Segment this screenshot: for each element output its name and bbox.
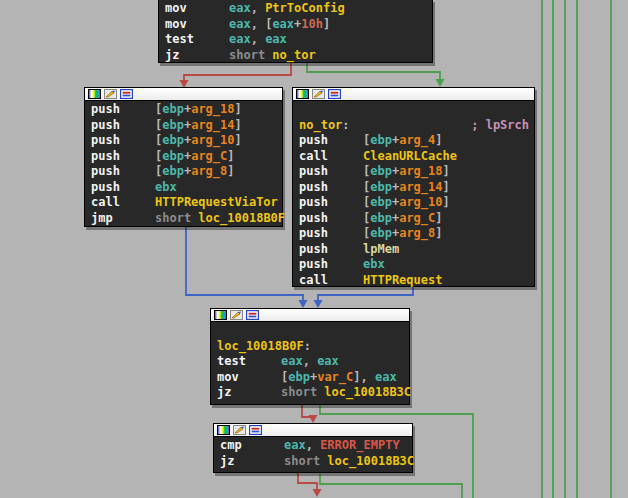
asm-line[interactable]: callCleanURLCache xyxy=(299,149,534,165)
asm-line[interactable]: pushebx xyxy=(91,180,282,196)
asm-token-pun: : xyxy=(342,118,349,132)
asm-line[interactable]: callHTTPRequestViaTor xyxy=(91,195,282,211)
edge-cmp-false-arrowhead xyxy=(313,489,322,497)
entry-block[interactable]: moveax, PtrToConfigmoveax, [eax+10h]test… xyxy=(158,0,433,63)
asm-token-mn: call xyxy=(91,195,155,211)
asm-line[interactable]: moveax, [eax+10h] xyxy=(165,17,432,33)
asm-token-reg: eax xyxy=(375,370,397,384)
asm-token-pun: : xyxy=(304,339,311,353)
asm-token-mn: push xyxy=(91,164,155,180)
asm-token-pun: ] xyxy=(435,133,442,147)
asm-line[interactable]: pushebx xyxy=(299,257,534,273)
node-title-bar[interactable] xyxy=(214,424,412,437)
node-edit-icon[interactable] xyxy=(104,89,117,99)
node-group-icon[interactable] xyxy=(246,310,259,320)
asm-line[interactable]: testeax, eax xyxy=(217,354,409,370)
asm-token-reg: ebp xyxy=(370,195,392,209)
asm-token-mn: mov xyxy=(217,370,281,386)
asm-token-arg: arg_14 xyxy=(191,118,234,132)
asm-line[interactable]: push[ebp+arg_14] xyxy=(299,180,534,196)
node-title-bar[interactable] xyxy=(85,88,282,101)
asm-line[interactable]: push[ebp+arg_18] xyxy=(299,164,534,180)
asm-line[interactable]: testeax, eax xyxy=(165,32,432,48)
asm-line[interactable]: jzshort loc_10018B3C xyxy=(217,385,409,401)
tor-branch-block[interactable]: push[ebp+arg_18]push[ebp+arg_14]push[ebp… xyxy=(84,87,283,227)
asm-token-pun: ] xyxy=(323,17,330,31)
asm-token-mn: push xyxy=(91,149,155,165)
asm-token-reg: ebp xyxy=(370,211,392,225)
asm-line[interactable]: mov[ebp+var_C], eax xyxy=(217,370,409,386)
asm-line[interactable]: moveax, PtrToConfig xyxy=(165,1,432,17)
asm-line[interactable]: push[ebp+arg_10] xyxy=(299,195,534,211)
edge-entry-true xyxy=(307,63,440,80)
asm-token-pun: , xyxy=(306,438,320,452)
asm-line[interactable]: jzshort no_tor xyxy=(165,48,432,64)
asm-line[interactable]: push[ebp+arg_4] xyxy=(299,133,534,149)
asm-token-kw: short xyxy=(229,48,272,62)
asm-token-mn: test xyxy=(165,32,229,48)
asm-token-kw: short xyxy=(284,454,327,468)
asm-line[interactable]: loc_10018B0F: xyxy=(217,339,409,355)
asm-token-reg: ebp xyxy=(370,164,392,178)
asm-line[interactable] xyxy=(217,323,409,339)
node-color-icon[interactable] xyxy=(296,89,309,99)
edge-tor-jmp-arrowhead xyxy=(299,300,308,308)
asm-line[interactable]: push[ebp+arg_14] xyxy=(91,118,282,134)
asm-token-arg: arg_C xyxy=(191,149,227,163)
asm-token-reg: eax xyxy=(272,17,294,31)
asm-token-mn: call xyxy=(299,149,363,165)
asm-line[interactable]: pushlpMem xyxy=(299,242,534,258)
asm-token-name: CleanURLCache xyxy=(363,149,457,163)
asm-token-mn: call xyxy=(299,273,363,289)
edge-entry-false xyxy=(184,63,291,81)
node-edit-icon[interactable] xyxy=(233,425,246,435)
asm-token-name: loc_10018B3C xyxy=(327,454,414,468)
asm-token-reg: ebp xyxy=(370,226,392,240)
asm-token-mn: push xyxy=(299,195,363,211)
asm-line[interactable]: push[ebp+arg_8] xyxy=(91,164,282,180)
asm-line[interactable]: push[ebp+arg_C] xyxy=(299,211,534,227)
asm-line[interactable]: cmpeax, ERROR_EMPTY xyxy=(220,438,412,454)
asm-line[interactable]: push[ebp+arg_C] xyxy=(91,149,282,165)
asm-token-err: ERROR_EMPTY xyxy=(320,438,399,452)
asm-line[interactable]: callHTTPRequest xyxy=(299,273,534,289)
asm-token-reg: eax xyxy=(265,32,287,46)
edge-cmp-false xyxy=(298,473,317,490)
asm-token-arg: arg_8 xyxy=(399,226,435,240)
asm-token-reg: eax xyxy=(284,438,306,452)
asm-token-reg: eax xyxy=(317,354,339,368)
asm-token-name: PtrToConfig xyxy=(265,1,344,15)
asm-line[interactable]: push[ebp+arg_18] xyxy=(91,102,282,118)
loc-10018B0F-block[interactable]: loc_10018B0F:testeax, eaxmov[ebp+var_C],… xyxy=(210,308,410,405)
node-color-icon[interactable] xyxy=(214,310,227,320)
asm-token-reg: ebp xyxy=(162,102,184,116)
asm-line[interactable]: jzshort loc_10018B3C xyxy=(220,454,412,470)
node-color-icon[interactable] xyxy=(88,89,101,99)
node-title-bar[interactable] xyxy=(211,309,409,322)
node-group-icon[interactable] xyxy=(120,89,133,99)
node-edit-icon[interactable] xyxy=(312,89,325,99)
graph-canvas[interactable]: moveax, PtrToConfigmoveax, [eax+10h]test… xyxy=(0,0,628,498)
asm-token-name: no_tor xyxy=(299,118,342,132)
asm-line[interactable] xyxy=(299,102,534,118)
asm-line[interactable]: jmpshort loc_10018B0F xyxy=(91,211,282,227)
asm-token-reg: ebx xyxy=(363,257,385,271)
node-title-bar[interactable] xyxy=(293,88,534,101)
asm-line[interactable]: push[ebp+arg_10] xyxy=(91,133,282,149)
node-edit-icon[interactable] xyxy=(230,310,243,320)
asm-token-pun: ] xyxy=(235,102,242,116)
asm-token-mn: jmp xyxy=(91,211,155,227)
asm-line[interactable]: push[ebp+arg_8] xyxy=(299,226,534,242)
asm-token-pun: , xyxy=(251,1,265,15)
asm-line[interactable]: no_tor:; lpSrch xyxy=(299,118,534,134)
asm-token-reg: ebp xyxy=(162,149,184,163)
edge-tor-jmp xyxy=(186,227,303,301)
no-tor-block[interactable]: no_tor:; lpSrchpush[ebp+arg_4]callCleanU… xyxy=(292,87,535,287)
node-group-icon[interactable] xyxy=(249,425,262,435)
asm-token-mn: jz xyxy=(217,385,281,401)
node-color-icon[interactable] xyxy=(217,425,230,435)
asm-token-mn: test xyxy=(217,354,281,370)
asm-token-reg: ebp xyxy=(370,133,392,147)
cmp-error-block[interactable]: cmpeax, ERROR_EMPTYjzshort loc_10018B3C xyxy=(213,423,413,473)
node-group-icon[interactable] xyxy=(328,89,341,99)
